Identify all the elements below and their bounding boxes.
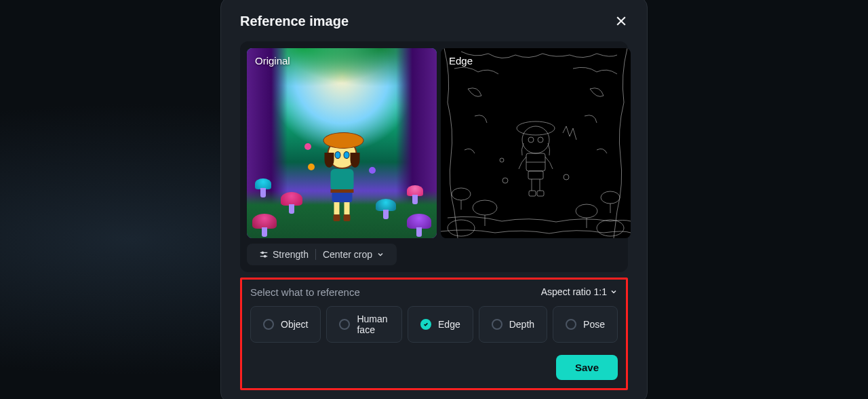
svg-rect-11 <box>529 191 536 196</box>
option-depth[interactable]: Depth <box>479 306 547 343</box>
dialog-header: Reference image <box>240 14 628 29</box>
option-label: Human face <box>357 314 389 335</box>
edge-image <box>441 48 631 238</box>
crop-dropdown[interactable]: Center crop <box>317 248 390 261</box>
svg-point-23 <box>502 178 508 183</box>
strength-label: Strength <box>273 249 309 260</box>
svg-point-15 <box>473 200 497 215</box>
original-image-container: Original <box>247 48 437 238</box>
svg-point-29 <box>264 255 266 257</box>
svg-point-25 <box>500 158 504 162</box>
svg-point-22 <box>597 220 624 236</box>
strength-control[interactable]: Strength <box>254 248 314 261</box>
option-pose[interactable]: Pose <box>553 306 618 343</box>
reference-selection-section: Select what to reference Aspect ratio 1:… <box>240 278 628 390</box>
checkmark-icon <box>423 322 429 327</box>
edge-image-container: Edge <box>441 48 631 238</box>
radio-unchecked-icon <box>566 319 576 330</box>
chevron-down-icon <box>610 288 618 296</box>
radio-unchecked-icon <box>263 319 274 330</box>
svg-point-13 <box>452 188 471 200</box>
aspect-ratio-dropdown[interactable]: Aspect ratio 1:1 <box>541 286 618 297</box>
image-preview-panel: Original <box>240 41 628 272</box>
option-human-face[interactable]: Human face <box>326 306 402 343</box>
radio-unchecked-icon <box>339 319 350 330</box>
close-icon[interactable] <box>614 14 628 28</box>
svg-point-27 <box>262 252 264 254</box>
reference-options-row: Object Human face Edge Depth Pos <box>250 306 618 343</box>
crop-label: Center crop <box>323 249 372 260</box>
radio-checked-icon <box>420 319 431 330</box>
option-object[interactable]: Object <box>250 306 321 343</box>
section-header: Select what to reference Aspect ratio 1:… <box>250 286 618 298</box>
aspect-ratio-label: Aspect ratio 1:1 <box>541 286 607 297</box>
dialog-footer: Save <box>250 355 618 380</box>
original-image-label: Original <box>255 55 290 66</box>
image-comparison-row: Original <box>247 48 621 238</box>
svg-point-19 <box>576 204 597 218</box>
svg-rect-8 <box>528 171 543 179</box>
svg-point-4 <box>528 137 534 142</box>
radio-unchecked-icon <box>492 319 502 330</box>
edge-image-label: Edge <box>449 55 473 66</box>
svg-point-17 <box>601 191 620 204</box>
option-label: Depth <box>509 319 534 330</box>
svg-rect-12 <box>537 191 544 196</box>
svg-point-3 <box>517 121 555 135</box>
svg-point-21 <box>448 220 475 236</box>
svg-point-5 <box>538 137 543 142</box>
image-toolbar: Strength Center crop <box>247 244 397 265</box>
sliders-icon <box>259 250 269 259</box>
option-edge[interactable]: Edge <box>408 306 473 343</box>
reference-image-dialog: Reference image Original <box>220 0 648 399</box>
svg-point-2 <box>522 126 549 153</box>
save-button[interactable]: Save <box>556 355 618 380</box>
toolbar-divider <box>315 249 316 260</box>
option-label: Object <box>281 319 308 330</box>
option-label: Pose <box>583 319 605 330</box>
svg-point-24 <box>564 174 569 180</box>
original-image <box>247 48 437 238</box>
chevron-down-icon <box>376 250 384 259</box>
dialog-title: Reference image <box>240 14 349 29</box>
section-title: Select what to reference <box>250 286 360 298</box>
option-label: Edge <box>438 319 460 330</box>
